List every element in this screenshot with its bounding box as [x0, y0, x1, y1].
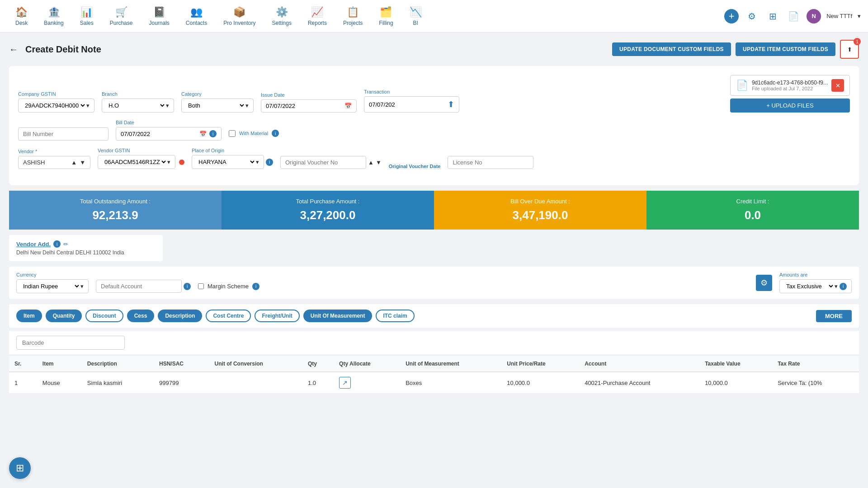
settings-icon[interactable]: ⚙ — [744, 9, 760, 24]
file-icon: 📄 — [736, 80, 748, 91]
default-account-input[interactable] — [96, 280, 182, 293]
place-of-origin-info-icon[interactable]: i — [266, 159, 273, 166]
nav-item-settings[interactable]: ⚙️Settings — [264, 3, 300, 30]
nav-item-filling[interactable]: 🗂️Filling — [371, 3, 401, 30]
transaction-input[interactable]: ⬆ — [364, 96, 459, 113]
license-no-input[interactable] — [448, 156, 533, 169]
original-voucher-input[interactable] — [280, 156, 366, 169]
amounts-are-select[interactable]: Tax Exclusive ▾ i — [779, 279, 852, 293]
nav-item-pro_inventory[interactable]: 📦Pro Inventory — [215, 3, 264, 30]
vendor-address-edit-icon[interactable]: ✏ — [63, 241, 68, 248]
category-dropdown[interactable]: Both — [186, 102, 245, 109]
th-tax-rate: Tax Rate — [772, 356, 859, 372]
bill-date-input[interactable]: 📅 i — [116, 127, 222, 141]
currency-select[interactable]: Indian Rupee ▾ — [16, 279, 89, 293]
nav-item-bi[interactable]: 📉BI — [401, 3, 430, 30]
vendor-input[interactable]: ASHISH ▲ ▼ — [18, 156, 90, 169]
grid-icon[interactable]: ⊞ — [765, 9, 780, 24]
branch-dropdown[interactable]: H.O — [107, 102, 166, 109]
user-dropdown-icon[interactable]: ▾ — [858, 13, 861, 19]
pill-description[interactable]: Description — [158, 310, 202, 322]
pill-freight_unit[interactable]: Freight/Unit — [255, 310, 299, 322]
nav-item-projects[interactable]: 📋Projects — [335, 3, 371, 30]
pill-itc_claim[interactable]: ITC claim — [376, 310, 414, 322]
settings-row: Currency Indian Rupee ▾ i Margin Scheme … — [9, 267, 859, 299]
original-voucher-date-label: Original Voucher Date — [389, 164, 441, 169]
with-material-label[interactable]: With Material — [239, 131, 268, 136]
default-account-info-icon[interactable]: i — [184, 283, 191, 290]
vendor-gstin-dropdown[interactable]: 06AADCM5146R1ZZ — [103, 158, 167, 166]
bill-date-field[interactable] — [121, 131, 197, 137]
table-row: 1MouseSimla kasmiri9997991.0↗Boxes10,000… — [9, 372, 859, 394]
pill-item[interactable]: Item — [16, 310, 42, 322]
document-icon[interactable]: 📄 — [786, 9, 801, 24]
cell-8: 10,000.0 — [501, 372, 579, 394]
vendor-label: Vendor * — [18, 149, 90, 154]
nav-item-desk[interactable]: 🏠Desk — [7, 3, 36, 30]
nav-item-banking[interactable]: 🏦Banking — [36, 3, 71, 30]
user-avatar[interactable]: N — [807, 9, 821, 23]
transaction-field[interactable] — [369, 101, 445, 108]
amounts-are-info-icon[interactable]: i — [840, 283, 847, 290]
barcode-section — [9, 331, 859, 354]
place-of-origin-select[interactable]: HARYANA ▾ — [192, 155, 264, 169]
file-name: 9d1c6adc-e173-4768-b050-f9... — [752, 80, 828, 86]
qty-allocate-link[interactable]: ↗ — [339, 377, 351, 389]
pill-cess[interactable]: Cess — [127, 310, 155, 322]
company-gstin-dropdown[interactable]: 29AADCK7940H000 — [23, 102, 86, 109]
bill-number-input[interactable] — [18, 127, 108, 141]
pill-quantity[interactable]: Quantity — [46, 310, 82, 322]
barcode-input[interactable] — [16, 336, 125, 350]
cell-11: Service Ta: (10% — [772, 372, 859, 394]
nav-item-sales[interactable]: 📊Sales — [72, 3, 102, 30]
pill-discount[interactable]: Discount — [85, 310, 123, 322]
upload-files-button[interactable]: + UPLOAD FILES — [730, 99, 850, 113]
issue-date-input[interactable]: 📅 — [261, 99, 357, 113]
th-taxable-value: Taxable Value — [699, 356, 772, 372]
add-button[interactable]: + — [724, 9, 739, 23]
vendor-up-arrow: ▲ — [71, 159, 77, 166]
branch-select[interactable]: H.O ▾ — [102, 99, 174, 113]
margin-scheme-checkbox[interactable] — [198, 283, 204, 289]
margin-scheme-info-icon[interactable]: i — [252, 283, 259, 290]
pill-unit_of_measurement[interactable]: Unit Of Measurement — [303, 310, 373, 322]
th-item: Item — [37, 356, 82, 372]
gear-settings-button[interactable]: ⚙ — [756, 275, 772, 291]
margin-scheme-label[interactable]: Margin Scheme — [208, 283, 249, 290]
with-material-checkbox[interactable] — [229, 130, 236, 137]
with-material-info-icon[interactable]: i — [272, 130, 279, 137]
bill-date-calendar-icon[interactable]: 📅 — [199, 131, 207, 137]
company-gstin-select[interactable]: 29AADCK7940H000 ▾ — [18, 99, 94, 113]
nav-item-reports[interactable]: 📈Reports — [300, 3, 335, 30]
category-select[interactable]: Both ▾ — [181, 99, 254, 113]
more-button[interactable]: MORE — [816, 310, 852, 322]
vendor-address-link[interactable]: Vendor Add. — [16, 241, 51, 248]
issue-date-field[interactable] — [266, 103, 342, 109]
place-of-origin-dropdown[interactable]: HARYANA — [197, 158, 256, 166]
upload-section: 📄 9d1c6adc-e173-4768-b050-f9... File upl… — [730, 75, 850, 113]
pill-cost_centre[interactable]: Cost Centre — [206, 310, 251, 322]
update-doc-fields-button[interactable]: UPDATE DOCUMENT CUSTOM FIELDS — [612, 42, 731, 56]
company-gstin-label: Company GSTIN — [18, 91, 94, 97]
column-pills: ItemQuantityDiscountCessDescriptionCost … — [9, 304, 859, 328]
nav-item-contacts[interactable]: 👥Contacts — [178, 3, 215, 30]
issue-date-calendar-icon[interactable]: 📅 — [344, 103, 352, 109]
nav-item-purchase[interactable]: 🛒Purchase — [102, 3, 141, 30]
file-details: 9d1c6adc-e173-4768-b050-f9... File uploa… — [752, 80, 828, 91]
vendor-gstin-chevron: ▾ — [167, 159, 170, 165]
currency-dropdown[interactable]: Indian Rupee — [21, 282, 80, 290]
cell-1: Mouse — [37, 372, 82, 394]
nav-item-journals[interactable]: 📓Journals — [141, 3, 177, 30]
th-sr.: Sr. — [9, 356, 37, 372]
vendor-gstin-select[interactable]: 06AADCM5146R1ZZ ▾ — [98, 155, 175, 169]
file-delete-button[interactable]: ✕ — [831, 79, 844, 92]
original-voucher-up-arrow: ▲ — [368, 159, 374, 166]
update-item-fields-button[interactable]: UPDATE ITEM CUSTOM FIELDS — [736, 42, 835, 56]
transaction-label: Transaction — [364, 89, 459, 94]
th-qty-allocate: Qty Allocate — [334, 356, 400, 372]
bill-date-info-icon[interactable]: i — [209, 130, 217, 137]
back-button[interactable]: ← — [9, 44, 18, 55]
upload-icon-button[interactable]: ⬆ 1 — [840, 40, 859, 59]
vendor-address-info-icon[interactable]: i — [53, 240, 61, 248]
amounts-are-dropdown[interactable]: Tax Exclusive — [784, 282, 835, 290]
